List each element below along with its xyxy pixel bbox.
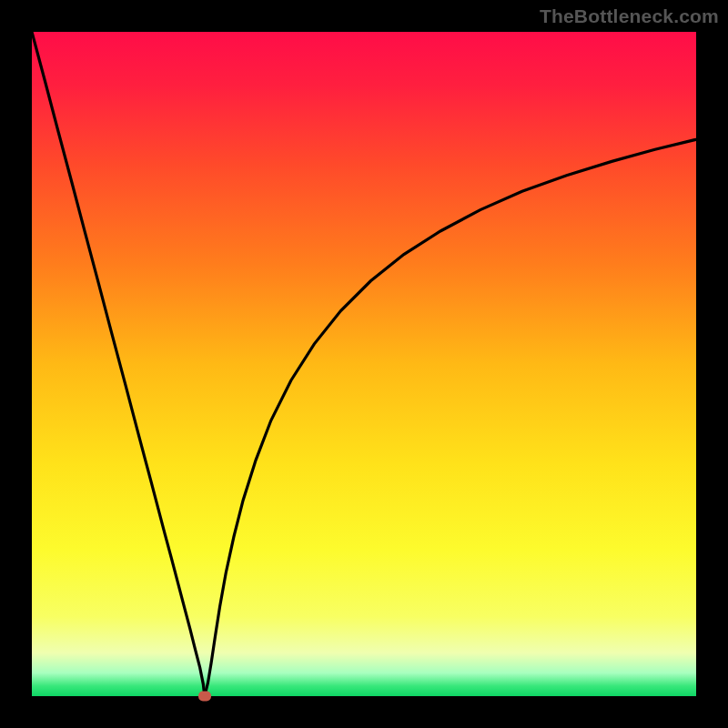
chart-background [32,32,696,696]
chart-frame [32,32,696,696]
attribution-text: TheBottleneck.com [540,5,719,27]
chart-plot [32,32,696,696]
min-point-marker [198,692,211,702]
